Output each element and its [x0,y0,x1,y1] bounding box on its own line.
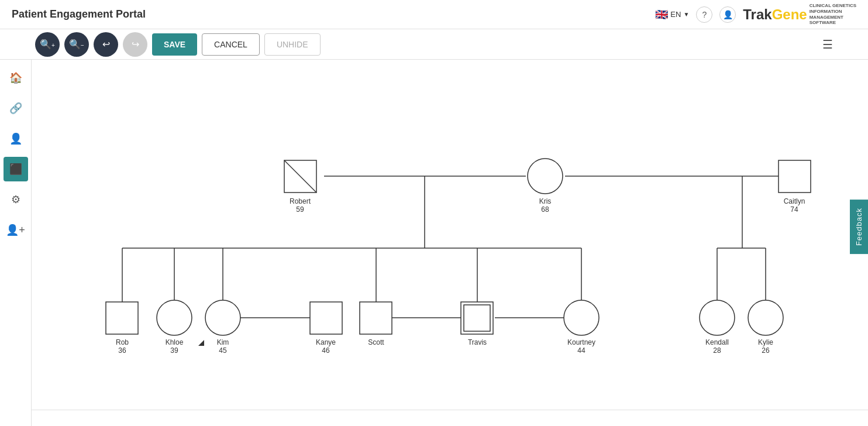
label-kylie-name: Kylie [758,338,773,346]
undo-icon: ↩ [102,39,110,50]
label-kourtney-age: 44 [577,346,585,355]
zoom-in-button[interactable]: 🔍+ [35,32,60,57]
sidebar-item-link[interactable]: 🔗 [4,96,28,121]
lang-chevron-icon: ▼ [683,11,689,18]
node-kim[interactable] [205,300,240,335]
redo-icon: ↪ [132,39,139,50]
node-kanye[interactable] [310,302,342,334]
label-kris-age: 68 [541,205,549,214]
redo-button[interactable]: ↪ [123,32,147,57]
account-button[interactable]: 👤 [719,6,736,23]
label-kendall-age: 28 [713,346,721,355]
pedigree-icon: ⬛ [9,163,22,176]
sidebar-item-settings[interactable]: ⚙ [4,187,28,212]
label-rob-age: 36 [118,346,126,355]
node-kylie[interactable] [748,300,783,335]
add-user-icon: 👤+ [6,224,25,236]
label-scott-name: Scott [368,338,384,346]
logo-tagline: CLINICAL GENETICSINFORMATIONMANAGEMENTSO… [810,3,856,25]
proband-arrow [198,340,204,346]
node-khloe[interactable] [157,300,192,335]
toolbar: 🔍+ 🔍− ↩ ↪ SAVE CANCEL UNHIDE ☰ [0,29,868,60]
person-icon: 👤 [9,132,22,145]
logo: TrakGene CLINICAL GENETICSINFORMATIONMAN… [743,3,856,25]
label-caitlyn-name: Caitlyn [784,197,805,205]
flag-icon: 🇬🇧 [655,8,668,21]
unhide-button[interactable]: UNHIDE [264,33,321,56]
label-khloe-name: Khloe [166,338,184,346]
undo-button[interactable]: ↩ [94,32,118,57]
zoom-in-icon: 🔍+ [40,39,55,50]
node-rob[interactable] [106,302,138,334]
zoom-out-button[interactable]: 🔍− [64,32,89,57]
node-kourtney[interactable] [564,300,599,335]
footer: v3.2 [0,410,868,426]
settings-icon: ⚙ [11,193,20,206]
sidebar-item-pedigree[interactable]: ⬛ [4,157,28,181]
label-kim-age: 45 [219,346,227,355]
feedback-label[interactable]: Feedback [850,200,868,254]
label-robert-age: 59 [296,205,304,214]
label-kanye-age: 46 [322,346,330,355]
account-icon: 👤 [723,10,733,19]
pedigree-area: Robert 59 Kris 68 Caitlyn 74 Rob 36 Khlo… [32,60,868,410]
help-icon: ? [702,10,707,19]
label-kanye-name: Kanye [316,338,336,346]
header: Patient Engagement Portal 🇬🇧 EN ▼ ? 👤 Tr… [0,0,868,29]
home-icon: 🏠 [9,71,22,84]
node-scott[interactable] [360,302,392,334]
lang-label: EN [670,10,681,19]
label-rob-name: Rob [116,338,129,346]
label-kris-name: Kris [539,197,552,205]
logo-trak: Trak [743,6,771,23]
sidebar-item-person[interactable]: 👤 [4,126,28,151]
label-caitlyn-age: 74 [790,205,798,214]
logo-gene: Gene [772,6,807,23]
label-khloe-age: 39 [170,346,178,355]
node-caitlyn[interactable] [779,160,811,193]
cancel-button[interactable]: CANCEL [202,33,260,56]
link-icon: 🔗 [9,102,22,115]
label-kourtney-name: Kourtney [567,338,595,346]
save-button[interactable]: SAVE [152,33,197,56]
label-kendall-name: Kendall [705,338,729,346]
label-travis-name: Travis [468,338,487,346]
node-kendall[interactable] [700,300,735,335]
menu-button[interactable]: ☰ [822,37,833,51]
label-kim-name: Kim [217,338,229,346]
pedigree-svg: Robert 59 Kris 68 Caitlyn 74 Rob 36 Khlo… [32,60,868,410]
help-button[interactable]: ? [696,6,712,23]
sidebar-item-home[interactable]: 🏠 [4,66,28,90]
header-right: 🇬🇧 EN ▼ ? 👤 TrakGene CLINICAL GENETICSIN… [655,3,856,25]
feedback-tab[interactable]: Feedback [850,200,868,254]
label-robert-name: Robert [290,197,311,205]
sidebar: 🏠 🔗 👤 ⬛ ⚙ 👤+ [0,60,32,426]
language-selector[interactable]: 🇬🇧 EN ▼ [655,8,689,21]
label-kylie-age: 26 [762,346,770,355]
hamburger-icon: ☰ [822,38,833,51]
zoom-out-icon: 🔍− [69,39,84,50]
app-title: Patient Engagement Portal [12,8,146,20]
svg-rect-18 [464,305,490,331]
node-kris[interactable] [528,159,563,194]
sidebar-item-add-user[interactable]: 👤+ [4,218,28,242]
